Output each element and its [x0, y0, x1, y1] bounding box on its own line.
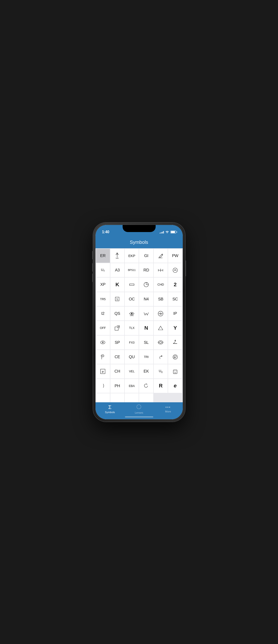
symbol-cell-tri[interactable]: TRI: [139, 350, 153, 364]
signal-icon: [160, 230, 164, 234]
symbol-cell-eye-s[interactable]: S: [96, 336, 110, 350]
symbol-cell-gi[interactable]: GI: [139, 249, 153, 263]
symbol-cell-2[interactable]: 2: [168, 278, 182, 292]
symbol-cell-rd[interactable]: RD: [139, 263, 153, 277]
symbol-cell-arrow-box[interactable]: [110, 321, 124, 335]
symbol-cell-tr5[interactable]: TR5: [96, 292, 110, 306]
tab-symbols[interactable]: Σ Symbols: [96, 405, 124, 414]
svg-text:e: e: [102, 370, 104, 374]
symbol-cell-c-curve[interactable]: [154, 350, 168, 364]
symbol-cell-sc[interactable]: SC: [168, 292, 182, 306]
symbol-cell-sp[interactable]: SP: [110, 336, 124, 350]
symbol-cell-circle-e2[interactable]: [168, 350, 182, 364]
svg-text:S: S: [102, 342, 103, 343]
symbol-cell-y[interactable]: Y: [168, 321, 182, 335]
svg-rect-8: [130, 284, 134, 285]
symbol-cell-tlx[interactable]: TLX: [125, 321, 139, 335]
symbol-cell-n4[interactable]: N4: [139, 292, 153, 306]
symbol-cell-ch[interactable]: CH: [110, 364, 124, 378]
tab-lenses[interactable]: Lenses: [124, 404, 154, 414]
lenses-icon: [136, 404, 142, 410]
symbol-cell-r[interactable]: R: [154, 379, 168, 393]
symbol-cell-partial3[interactable]: [125, 393, 139, 402]
status-icons: [160, 230, 176, 234]
symbol-cell-face[interactable]: [168, 364, 182, 378]
svg-point-35: [162, 356, 162, 356]
symbol-cell-partial1[interactable]: [96, 393, 110, 402]
symbol-cell-anchor[interactable]: [110, 249, 124, 263]
symbol-cell-a3[interactable]: A3: [110, 263, 124, 277]
symbol-cell-partial4[interactable]: [139, 393, 153, 402]
symbol-cell-ux[interactable]: UX: [154, 364, 168, 378]
symbol-cell-bps11[interactable]: BPS11: [125, 263, 139, 277]
symbol-cell-partial2[interactable]: [110, 393, 124, 402]
notch: [122, 225, 156, 232]
symbol-cell-oc[interactable]: OC: [125, 292, 139, 306]
symbol-cell-xp[interactable]: XP: [96, 278, 110, 292]
svg-point-27: [160, 342, 162, 343]
symbol-cell-dbar[interactable]: [96, 350, 110, 364]
symbol-cell-ph[interactable]: PH: [110, 379, 124, 393]
symbol-cell-boxed5[interactable]: 5: [110, 292, 124, 306]
symbols-icon: Σ: [108, 405, 112, 410]
symbol-cell-off[interactable]: OFF: [96, 321, 110, 335]
symbol-cell-w[interactable]: [139, 306, 153, 320]
symbol-cell-ut[interactable]: UT: [96, 263, 110, 277]
home-indicator: [125, 416, 153, 418]
screen: 1:40: [96, 225, 183, 419]
svg-rect-40: [173, 370, 177, 374]
app-header: Symbols: [96, 237, 183, 248]
symbol-cell-strikethrough-s[interactable]: S: [154, 306, 168, 320]
symbol-cell-ip[interactable]: IP: [168, 306, 182, 320]
symbol-cell-er[interactable]: ER: [96, 249, 110, 263]
battery-icon: [170, 230, 176, 234]
symbol-cell-hanger[interactable]: [168, 336, 182, 350]
symbol-cell-k[interactable]: K: [110, 278, 124, 292]
phone-frame: 1:40: [93, 222, 185, 422]
symbol-cell-qs[interactable]: QS: [110, 306, 124, 320]
symbol-cell-eba[interactable]: EBA: [125, 379, 139, 393]
more-icon: •••: [165, 405, 171, 409]
svg-point-43: [137, 405, 141, 409]
symbol-cell-sl[interactable]: SL: [139, 336, 153, 350]
svg-text:S: S: [160, 312, 162, 315]
symbol-cell-arrow-circle[interactable]: [139, 379, 153, 393]
symbol-cell-arrows[interactable]: [154, 263, 168, 277]
symbol-cell-bracket[interactable]: [96, 379, 110, 393]
symbol-cell-fx3[interactable]: FX3: [125, 336, 139, 350]
symbol-cell-pie[interactable]: [139, 278, 153, 292]
symbol-cell-e[interactable]: e: [168, 379, 182, 393]
svg-point-36: [173, 355, 177, 359]
symbol-cell-qu[interactable]: QU: [125, 350, 139, 364]
svg-text:5: 5: [116, 298, 118, 301]
symbol-cell-eye-underline[interactable]: [125, 306, 139, 320]
tab-more-label: More: [165, 410, 171, 413]
symbol-cell-n[interactable]: N: [139, 321, 153, 335]
symbol-cell-ekp[interactable]: EKP: [125, 249, 139, 263]
symbol-cell-vel[interactable]: VEL: [125, 364, 139, 378]
wifi-icon: [165, 230, 169, 234]
symbol-cell-i2[interactable]: I2: [96, 306, 110, 320]
status-time: 1:40: [102, 230, 110, 234]
symbol-cell-sb[interactable]: SB: [154, 292, 168, 306]
symbol-cell-fancy-eye[interactable]: [154, 336, 168, 350]
symbol-cell-chd[interactable]: CHD: [154, 278, 168, 292]
symbol-cell-circle-e[interactable]: [168, 263, 182, 277]
app-title: Symbols: [130, 240, 148, 245]
symbol-cell-ek[interactable]: EK: [139, 364, 153, 378]
symbol-grid: ER EKP GI: [96, 249, 182, 402]
tab-lenses-label: Lenses: [135, 411, 143, 414]
symbol-grid-area[interactable]: ER EKP GI: [96, 248, 183, 402]
symbol-cell-edit[interactable]: [154, 249, 168, 263]
phone-inner: 1:40: [96, 225, 183, 419]
symbol-cell-boxed-e[interactable]: e: [96, 364, 110, 378]
tab-symbols-label: Symbols: [105, 411, 115, 414]
symbol-cell-rectangle[interactable]: [125, 278, 139, 292]
svg-point-14: [131, 313, 132, 314]
symbol-cell-triangle[interactable]: [154, 321, 168, 335]
svg-line-37: [174, 358, 176, 358]
symbol-cell-pw[interactable]: PW: [168, 249, 182, 263]
tab-more[interactable]: ••• More: [154, 405, 182, 413]
symbol-cell-ce[interactable]: CE: [110, 350, 124, 364]
